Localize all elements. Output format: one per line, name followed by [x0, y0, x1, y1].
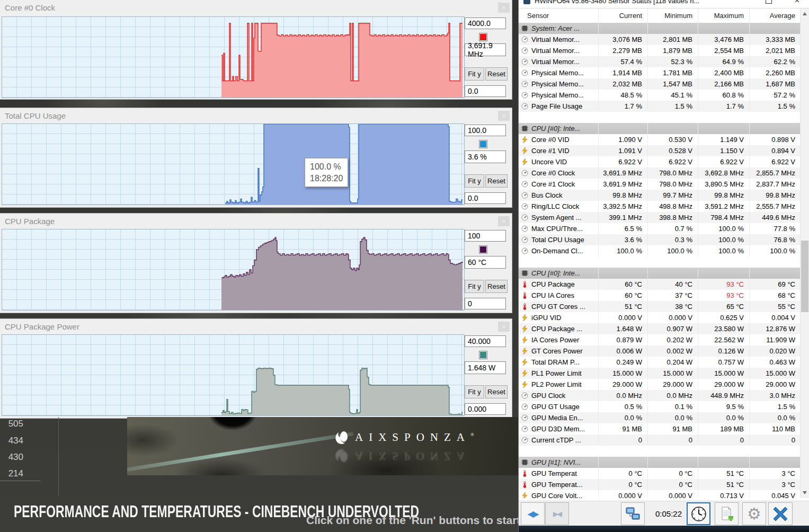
reset-button[interactable]: Reset: [485, 280, 508, 293]
sensor-row[interactable]: Virtual Memor...57.4 %52.3 %64.9 %62.2 %: [519, 56, 801, 67]
column-header-average[interactable]: Average: [749, 8, 801, 23]
report-button[interactable]: [715, 502, 739, 525]
reset-button[interactable]: Reset: [485, 67, 508, 81]
section-row[interactable]: CPU [#0]: Inte...: [519, 268, 801, 279]
sensor-row[interactable]: Uncore VID6.922 V6.922 V6.922 V6.922 V: [519, 156, 801, 167]
logging-clock-button[interactable]: [687, 502, 710, 525]
close-icon[interactable]: ×: [498, 322, 510, 332]
series-color-swatch[interactable]: [479, 140, 487, 148]
section-row[interactable]: CPU [#0]: Inte...: [519, 123, 801, 134]
sensor-row[interactable]: Physical Memo...2,032 MB1,547 MB2,166 MB…: [519, 78, 801, 90]
hwinfo-titlebar[interactable]: HWiNFO64 v5.86-3480 Sensor Status [118 v…: [519, 0, 809, 8]
gauge-icon: [521, 403, 528, 410]
fit-y-button[interactable]: Fit y: [465, 174, 484, 188]
sensor-row[interactable]: Core #1 VID1.091 V0.528 V1.150 V0.894 V: [519, 145, 801, 156]
sensor-row[interactable]: PL1 Power Limit15.000 W15.000 W15.000 W1…: [519, 368, 801, 379]
sensor-row[interactable]: GPU Temperat...0 °C0 °C51 °C3 °C: [519, 479, 801, 490]
close-icon[interactable]: ×: [498, 3, 510, 13]
sensor-row[interactable]: Total DRAM P...0.249 W0.204 W0.757 W0.46…: [519, 357, 801, 368]
sensor-value: 0 °C: [598, 468, 647, 479]
sensor-row[interactable]: Physical Memo...1,914 MB1,781 MB2,400 MB…: [519, 67, 801, 78]
close-icon[interactable]: ×: [498, 216, 510, 226]
section-label: GPU [#1]: NVI...: [531, 458, 581, 466]
sensor-row[interactable]: CPU IA Cores60 °C37 °C93 °C68 °C: [519, 290, 801, 301]
sensor-value: 1.149 V: [698, 134, 749, 145]
y-min-input[interactable]: 0.000: [465, 403, 506, 415]
cinebench-background: Core #0 Clock × 4000.0 3,691.9 MHz Fit y…: [0, 0, 518, 532]
y-min-input[interactable]: 0.0: [465, 85, 506, 97]
sensor-row[interactable]: GPU Media En...0.0 %0.0 %0.0 %0.0 %: [519, 412, 801, 423]
column-header-sensor[interactable]: Sensor: [519, 8, 598, 23]
reset-button[interactable]: Reset: [485, 174, 508, 188]
y-max-input[interactable]: 40.000: [465, 335, 506, 347]
fit-y-button[interactable]: Fit y: [465, 67, 484, 81]
y-min-input[interactable]: 0.0: [465, 192, 506, 204]
column-header-current[interactable]: Current: [598, 8, 647, 23]
y-max-input[interactable]: 100: [465, 230, 506, 242]
gauge-icon: [521, 181, 528, 188]
sensor-row[interactable]: System Agent ...399.1 MHz398.8 MHz798.4 …: [519, 212, 801, 223]
table-scrollbar[interactable]: [800, 8, 809, 498]
scroll-down-icon[interactable]: [803, 491, 807, 494]
section-row[interactable]: System: Acer ...: [519, 23, 801, 34]
sensor-row[interactable]: GPU Core Volt...0.000 V0.000 V0.713 V0.0…: [519, 490, 801, 498]
sensor-row[interactable]: GPU Clock0.0 MHz0.0 MHz448.9 MHz3.0 MHz: [519, 390, 801, 401]
sensor-row[interactable]: Total CPU Usage3.6 %0.3 %100.0 %76.8 %: [519, 234, 801, 245]
close-icon[interactable]: ×: [498, 111, 510, 121]
series-color-swatch[interactable]: [479, 351, 487, 359]
sensor-row[interactable]: GPU D3D Mem...91 MB91 MB189 MB110 MB: [519, 423, 801, 435]
sensor-row[interactable]: Core #0 Clock3,691.9 MHz798.0 MHz3,692.8…: [519, 167, 801, 179]
fit-y-button[interactable]: Fit y: [465, 280, 484, 293]
scroll-up-icon[interactable]: [803, 12, 807, 15]
fit-y-button[interactable]: Fit y: [465, 385, 484, 398]
sensor-row[interactable]: Ring/LLC Clock3,392.5 MHz498.8 MHz3,591.…: [519, 201, 801, 212]
column-header-maximum[interactable]: Maximum: [698, 8, 749, 23]
sensor-row[interactable]: Max CPU/Thre...6.5 %0.7 %100.0 %77.8 %: [519, 223, 801, 234]
graph-plot-area[interactable]: [2, 334, 465, 416]
scrollbar-thumb[interactable]: [801, 241, 808, 312]
sensor-row[interactable]: CPU Package60 °C40 °C93 °C69 °C: [519, 279, 801, 290]
sensor-row[interactable]: CPU GT Cores ...51 °C38 °C65 °C55 °C: [519, 301, 801, 312]
y-max-input[interactable]: 4000.0: [465, 17, 506, 29]
sensor-row[interactable]: CPU Package ...1.648 W0.907 W23.580 W12.…: [519, 323, 801, 334]
sensor-value: 2,554 MB: [698, 45, 749, 56]
sensor-row[interactable]: GT Cores Power0.006 W0.002 W0.126 W0.020…: [519, 345, 801, 357]
sensor-value: 57.4 %: [598, 56, 647, 67]
sensor-row[interactable]: Virtual Memor...3,076 MB2,801 MB3,476 MB…: [519, 34, 801, 45]
sensor-row[interactable]: On-Demand Cl...100.0 %100.0 %100.0 %100.…: [519, 245, 801, 256]
sensor-row[interactable]: Current cTDP ...0000: [519, 435, 801, 446]
sensor-row[interactable]: Core #1 Clock3,691.9 MHz798.0 MHz3,890.5…: [519, 179, 801, 190]
maximize-icon[interactable]: [766, 0, 772, 4]
series-color-swatch[interactable]: [479, 245, 487, 254]
sensor-row[interactable]: GPU Temperat0 °C0 °C51 °C3 °C: [519, 468, 801, 479]
graph-plot-area[interactable]: [2, 229, 465, 311]
close-icon[interactable]: ×: [795, 0, 799, 5]
sensor-row[interactable]: Virtual Memor...2,279 MB1,879 MB2,554 MB…: [519, 45, 801, 56]
sensor-row[interactable]: IA Cores Power0.879 W0.202 W22.562 W11.9…: [519, 334, 801, 345]
sensor-value: 38 °C: [647, 301, 698, 312]
sensor-row[interactable]: Physical Memo...48.5 %45.1 %60.8 %57.2 %: [519, 90, 801, 101]
remote-monitoring-button[interactable]: [621, 502, 645, 525]
sensor-row[interactable]: PL2 Power Limit29.000 W29.000 W29.000 W2…: [519, 379, 801, 390]
collapse-arrows-button[interactable]: ▶◀: [545, 502, 569, 525]
graph-plot-area[interactable]: 100.0 % 18:28:20: [2, 123, 465, 205]
sensor-row[interactable]: iGPU VID0.000 V0.000 V0.625 V0.004 V: [519, 312, 801, 323]
section-row[interactable]: GPU [#1]: NVI...: [519, 457, 801, 468]
reset-button[interactable]: Reset: [485, 385, 508, 398]
sensor-value: 0.625 V: [698, 312, 749, 323]
graph-plot-area[interactable]: [2, 16, 465, 98]
y-min-input[interactable]: 0: [465, 298, 506, 309]
settings-button[interactable]: ⚙: [742, 502, 766, 525]
sensor-row[interactable]: GPU GT Usage0.5 %0.1 %9.5 %1.5 %: [519, 401, 801, 412]
sensor-row[interactable]: Core #0 VID1.090 V0.530 V1.149 V0.898 V: [519, 134, 801, 145]
graph-title: CPU Package Power: [5, 322, 79, 331]
sensor-row[interactable]: Page File Usage1.7 %1.5 %1.7 %1.5 %: [519, 101, 801, 112]
column-header-minimum[interactable]: Minimum: [647, 8, 698, 23]
nav-arrows-button[interactable]: ◀▶: [521, 502, 545, 525]
bolt-icon: [521, 492, 528, 498]
sensor-row[interactable]: Bus Clock99.8 MHz99.7 MHz99.8 MHz99.8 MH…: [519, 190, 801, 201]
series-color-swatch[interactable]: [479, 33, 487, 41]
exit-button[interactable]: [768, 502, 793, 525]
sensor-label: Total CPU Usage: [531, 236, 584, 244]
y-max-input[interactable]: 100.0: [465, 125, 506, 136]
